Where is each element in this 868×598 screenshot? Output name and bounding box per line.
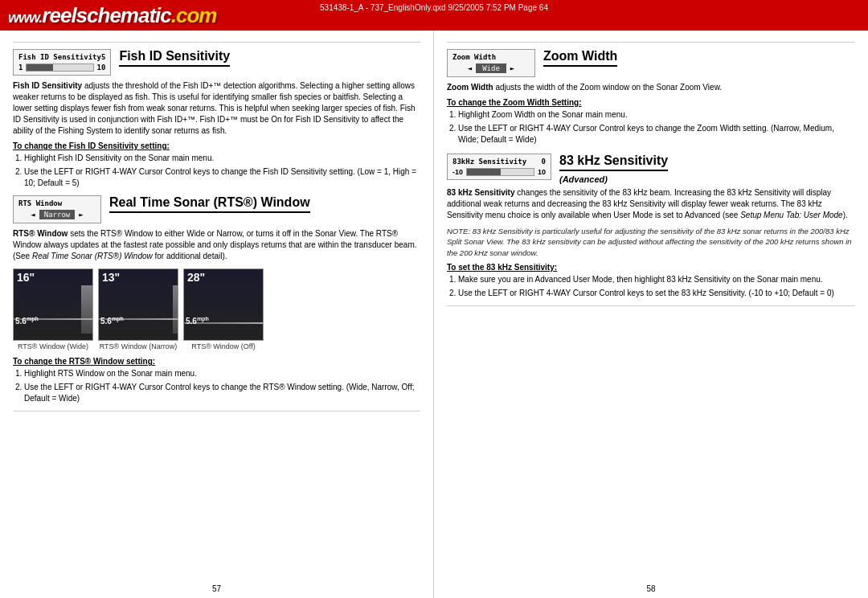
khz83-steps: Make sure you are in Advanced User Mode,… [458,274,855,299]
khz83-note: NOTE: 83 kHz Sensitivity is particularly… [447,226,855,258]
rts-off-speed: 5.6mph [186,316,209,326]
rts-box: RTS Window ◄ Narrow ► [13,195,101,223]
zoom-width-title-block: Zoom Width [543,49,617,70]
fish-id-slider-track[interactable] [26,63,93,72]
rts-step-2: Use the LEFT or RIGHT 4-WAY Cursor Contr… [24,382,420,404]
fish-id-slider-row: 1 10 [18,63,105,72]
rts-narrow-bar [173,285,178,334]
site-logo: www.reelschematic.com [8,3,216,28]
khz83-subtitle: (Advanced) [559,174,668,184]
right-page: Zoom Width ◄ Wide ► Zoom Width Zoom Widt… [434,31,868,598]
zoom-width-body: Zoom Width adjusts the width of the Zoom… [447,82,855,93]
rts-wide-speed: 5.6mph [15,316,39,326]
fish-id-step-1: Highlight Fish ID Sensitivity on the Son… [24,153,420,164]
rts-images-row: 16" 5.6mph RTS® Window (Wide) 13" 5.6mph… [13,268,420,350]
left-page: Fish ID Sensitivity 5 1 10 Fish ID Sensi… [0,31,434,598]
khz83-section-header: 83kHz Sensitivity 0 -10 10 83 kHz Sensit… [447,154,855,184]
khz83-step-2: Use the LEFT or RIGHT 4-WAY Cursor Contr… [458,288,855,299]
fish-id-section-title: Fish ID Sensitivity [119,49,230,67]
khz83-slider-track[interactable] [466,168,534,176]
rts-box-title: RTS Window [18,199,96,207]
rts-narrow-speed: 5.6mph [100,316,124,326]
fish-id-title-block: Fish ID Sensitivity [119,49,230,70]
fish-id-step-2: Use the LEFT or RIGHT 4-WAY Cursor Contr… [24,166,420,189]
khz83-step-1: Make sure you are in Advanced User Mode,… [458,274,855,285]
zoom-value-label: Wide [476,63,506,73]
filename-text: 531438-1_A - 737_EnglishOnly.qxd 9/25/20… [320,3,548,12]
main-content: Fish ID Sensitivity 5 1 10 Fish ID Sensi… [0,31,868,598]
rts-change-heading: To change the RTS® Window setting: [13,357,420,366]
rts-off-container: 28" 5.6mph RTS® Window (Off) [183,268,264,350]
zoom-width-steps: Highlight Zoom Width on the Sonar main m… [458,109,855,145]
fish-id-control-box: Fish ID Sensitivity 5 1 10 [13,49,111,77]
rts-steps: Highlight RTS Window on the Sonar main m… [24,368,420,404]
khz83-section-title: 83 kHz Sensitivity [559,154,668,171]
fish-id-section-header: Fish ID Sensitivity 5 1 10 Fish ID Sensi… [13,49,420,77]
khz83-slider-fill [467,169,500,175]
rts-step-1: Highlight RTS Window on the Sonar main m… [24,368,420,379]
zoom-width-wide-row: ◄ Wide ► [452,63,530,73]
fish-id-steps: Highlight Fish ID Sensitivity on the Son… [24,153,420,189]
khz83-change-heading: To set the 83 kHz Sensitivity: [447,263,855,272]
zoom-width-section-header: Zoom Width ◄ Wide ► Zoom Width [447,49,855,79]
rts-left-arrow[interactable]: ◄ [29,211,36,219]
zoom-right-arrow[interactable]: ► [509,64,516,72]
rts-body: RTS® Window sets the RTS® Window to eith… [13,228,420,262]
khz83-box: 83kHz Sensitivity 0 -10 10 [447,154,551,180]
khz83-box-title: 83kHz Sensitivity 0 [452,158,546,166]
rts-section-header: RTS Window ◄ Narrow ► Real Time Sonar (R… [13,195,420,225]
rts-narrow-row: ◄ Narrow ► [18,210,96,219]
rts-section-title: Real Time Sonar (RTS®) Window [109,195,310,213]
rts-image-off: 28" 5.6mph [183,268,264,341]
rts-off-depth: 28" [187,271,205,284]
khz83-title-block: 83 kHz Sensitivity (Advanced) [559,154,668,184]
zoom-width-section-title: Zoom Width [543,49,617,67]
khz83-control-box: 83kHz Sensitivity 0 -10 10 [447,154,551,180]
right-page-number: 58 [646,584,655,593]
fish-id-slider-fill [27,64,53,71]
rts-right-arrow[interactable]: ► [77,211,84,219]
rts-value-label: Narrow [39,210,76,219]
rts-image-narrow: 13" 5.6mph [98,268,178,341]
zoom-width-box: Zoom Width ◄ Wide ► [447,49,535,77]
rts-control-box: RTS Window ◄ Narrow ► [13,195,101,225]
rts-wide-caption: RTS® Window (Wide) [13,342,93,350]
zoom-step-1: Highlight Zoom Width on the Sonar main m… [458,109,855,121]
rts-narrow-container: 13" 5.6mph RTS® Window (Narrow) [98,268,178,350]
top-bar: www.reelschematic.com 531438-1_A - 737_E… [0,0,868,31]
khz83-slider-row: -10 10 [452,168,546,176]
zoom-width-box-title: Zoom Width [452,53,530,61]
zoom-step-2: Use the LEFT or RIGHT 4-WAY Cursor Contr… [458,123,855,145]
rts-wide-bar [81,285,92,334]
rts-narrow-caption: RTS® Window (Narrow) [98,342,178,350]
rts-title-block: Real Time Sonar (RTS®) Window [109,195,310,216]
rts-wide-depth: 16" [17,271,35,284]
rts-wide-container: 16" 5.6mph RTS® Window (Wide) [13,268,93,350]
rts-narrow-depth: 13" [102,271,120,284]
zoom-width-control-box: Zoom Width ◄ Wide ► [447,49,535,79]
zoom-left-arrow[interactable]: ◄ [466,64,473,72]
fish-id-body: Fish ID Sensitivity adjusts the threshol… [13,80,420,137]
zoom-width-change-heading: To change the Zoom Width Setting: [447,98,855,107]
left-page-number: 57 [212,584,221,593]
fish-id-change-heading: To change the Fish ID Sensitivity settin… [13,141,420,150]
khz83-body: 83 kHz Sensitivity changes the sensitivi… [447,187,855,221]
fish-id-box: Fish ID Sensitivity 5 1 10 [13,49,111,76]
fish-id-box-title: Fish ID Sensitivity 5 [18,53,105,61]
rts-off-caption: RTS® Window (Off) [183,342,264,350]
rts-image-wide: 16" 5.6mph [13,268,93,341]
